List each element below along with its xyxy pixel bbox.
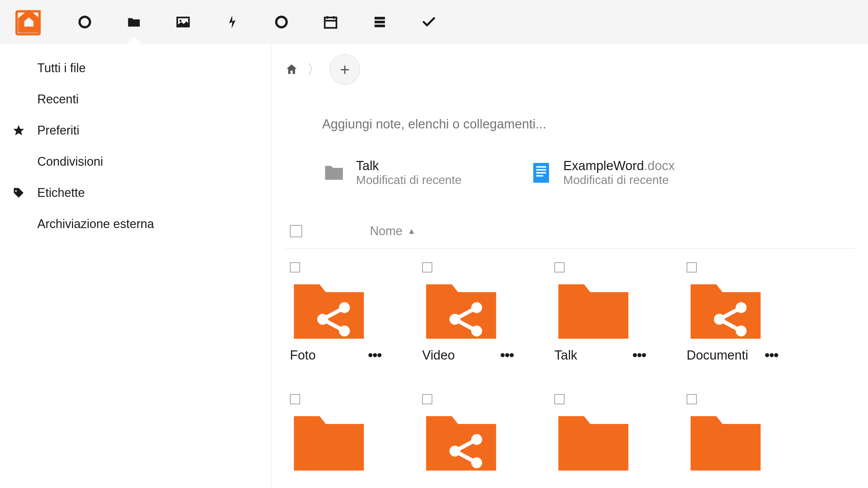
svg-rect-10	[375, 25, 385, 27]
folder-item[interactable]	[290, 394, 392, 474]
folder-icon	[422, 277, 500, 343]
star-icon	[12, 124, 25, 137]
gallery-icon[interactable]	[175, 14, 192, 30]
topbar	[0, 0, 868, 44]
svg-point-3	[276, 17, 287, 27]
svg-point-2	[179, 20, 181, 22]
activity-icon[interactable]	[224, 14, 241, 30]
column-name[interactable]: Nome ▲	[370, 224, 416, 238]
sort-asc-icon: ▲	[408, 226, 416, 236]
folder-item[interactable]	[422, 394, 524, 474]
recent-name: ExampleWord.docx	[563, 159, 675, 173]
folder-label: Documenti	[687, 348, 748, 363]
recent-name: Talk	[356, 159, 461, 173]
item-checkbox[interactable]	[290, 394, 300, 404]
folder-label: Foto	[290, 348, 316, 363]
folder-icon	[322, 161, 346, 185]
sidebar-item-shares[interactable]: Condivisioni	[0, 146, 271, 177]
select-all-checkbox[interactable]	[290, 225, 302, 237]
recent-subtitle: Modificati di recente	[356, 173, 461, 187]
sidebar-item-tags[interactable]: Etichette	[0, 177, 271, 208]
recent-item-folder[interactable]: Talk Modificati di recente	[322, 159, 461, 187]
notes-input[interactable]	[285, 117, 854, 131]
recent-subtitle: Modificati di recente	[563, 173, 675, 187]
breadcrumb: 〉 +	[285, 54, 854, 85]
folder-icon	[687, 277, 765, 343]
folder-icon	[422, 408, 500, 474]
deck-icon[interactable]	[371, 14, 388, 30]
more-icon[interactable]: •••	[765, 347, 778, 364]
svg-rect-9	[375, 21, 385, 23]
sidebar-item-all-files[interactable]: Tutti i file	[0, 53, 271, 84]
sidebar-item-label: Preferiti	[37, 123, 79, 138]
chevron-right-icon: 〉	[307, 60, 321, 79]
item-checkbox[interactable]	[554, 394, 565, 404]
sidebar-item-recent[interactable]: Recenti	[0, 84, 271, 115]
tag-icon	[12, 186, 25, 200]
folder-icon	[687, 408, 765, 474]
svg-rect-4	[325, 18, 337, 28]
more-icon[interactable]: •••	[500, 347, 514, 364]
recent-items: Talk Modificati di recente ExampleWord.d…	[285, 159, 854, 187]
sidebar-item-label: Condivisioni	[37, 155, 103, 169]
svg-point-0	[80, 17, 90, 27]
folder-icon	[290, 408, 368, 474]
folder-label: Video	[422, 348, 455, 363]
item-checkbox[interactable]	[554, 262, 565, 272]
content-area: 〉 + Talk Modificati di recente ExampleWo…	[271, 44, 868, 488]
item-checkbox[interactable]	[290, 262, 300, 272]
home-icon[interactable]	[285, 63, 298, 76]
folder-item[interactable]: Foto•••	[290, 262, 392, 364]
folder-icon	[290, 277, 368, 343]
folder-item[interactable]	[687, 394, 788, 474]
recent-item-doc[interactable]: ExampleWord.docx Modificati di recente	[529, 159, 675, 187]
talk-icon[interactable]	[273, 14, 290, 30]
item-checkbox[interactable]	[422, 394, 432, 404]
sidebar: Tutti i file Recenti Preferiti Condivisi…	[0, 44, 271, 488]
sidebar-item-favorites[interactable]: Preferiti	[0, 115, 271, 146]
dashboard-icon[interactable]	[76, 14, 93, 30]
folder-item[interactable]: Documenti•••	[687, 262, 788, 364]
app-logo[interactable]	[14, 7, 44, 37]
more-icon[interactable]: •••	[632, 347, 646, 364]
document-icon	[529, 161, 553, 185]
table-header: Nome ▲	[285, 224, 854, 249]
sidebar-item-label: Etichette	[37, 186, 85, 200]
sidebar-item-external[interactable]: Archiviazione esterna	[0, 208, 271, 240]
add-button[interactable]: +	[330, 54, 360, 85]
folder-icon	[554, 277, 632, 343]
sidebar-item-label: Tutti i file	[37, 61, 86, 75]
more-icon[interactable]: •••	[368, 347, 381, 364]
files-icon[interactable]	[125, 14, 142, 30]
sidebar-item-label: Archiviazione esterna	[37, 217, 154, 231]
item-checkbox[interactable]	[687, 394, 697, 404]
item-checkbox[interactable]	[687, 262, 697, 272]
folder-item[interactable]	[554, 394, 656, 474]
sidebar-item-label: Recenti	[37, 92, 79, 106]
svg-rect-8	[375, 17, 385, 20]
folder-item[interactable]: Video•••	[422, 262, 524, 364]
folder-icon	[554, 408, 632, 474]
calendar-icon[interactable]	[322, 14, 339, 30]
tasks-icon[interactable]	[420, 14, 437, 30]
folder-grid: Foto•••Video•••Talk•••Documenti•••	[285, 249, 854, 474]
item-checkbox[interactable]	[422, 262, 432, 272]
folder-label: Talk	[554, 348, 577, 363]
folder-item[interactable]: Talk•••	[554, 262, 656, 364]
